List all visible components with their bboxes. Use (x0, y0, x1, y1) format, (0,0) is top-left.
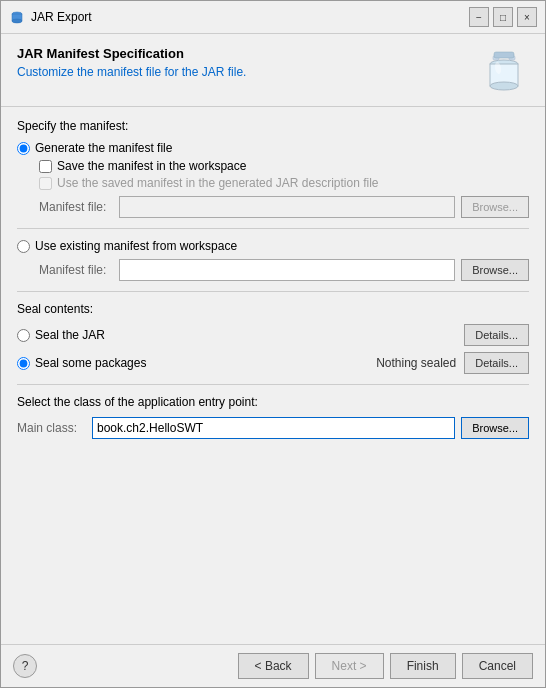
cancel-button[interactable]: Cancel (462, 653, 533, 679)
maximize-button[interactable]: □ (493, 7, 513, 27)
footer: ? < Back Next > Finish Cancel (1, 644, 545, 687)
content-area: Specify the manifest: Generate the manif… (1, 107, 545, 644)
header-jar-icon (479, 46, 529, 96)
save-workspace-label[interactable]: Save the manifest in the workspace (57, 159, 246, 173)
next-button[interactable]: Next > (315, 653, 384, 679)
svg-point-2 (12, 19, 22, 23)
generate-manifest-label[interactable]: Generate the manifest file (35, 141, 172, 155)
specify-manifest-label: Specify the manifest: (17, 119, 529, 133)
seal-jar-radio[interactable] (17, 329, 30, 342)
jar-icon (9, 9, 25, 25)
use-existing-row: Use existing manifest from workspace (17, 239, 529, 253)
main-class-row: Main class: Browse... (17, 417, 529, 439)
use-saved-label: Use the saved manifest in the generated … (57, 176, 379, 190)
manifest-file-row-generate: Manifest file: Browse... (39, 196, 529, 218)
generate-manifest-row: Generate the manifest file (17, 141, 529, 155)
seal-some-row: Seal some packages Nothing sealed Detail… (17, 352, 529, 374)
entry-point-label: Select the class of the application entr… (17, 395, 529, 409)
manifest-file-input-existing[interactable] (119, 259, 455, 281)
manifest-file-row-existing: Manifest file: Browse... (39, 259, 529, 281)
entry-section: Select the class of the application entr… (17, 395, 529, 439)
generate-manifest-radio[interactable] (17, 142, 30, 155)
dialog-title: JAR Manifest Specification (17, 46, 246, 61)
browse-main-class-button[interactable]: Browse... (461, 417, 529, 439)
use-saved-checkbox[interactable] (39, 177, 52, 190)
seal-jar-label[interactable]: Seal the JAR (35, 328, 464, 342)
dialog-jar-export: JAR Export − □ × JAR Manifest Specificat… (0, 0, 546, 688)
main-class-input[interactable] (92, 417, 455, 439)
manifest-file-input-generate[interactable] (119, 196, 455, 218)
svg-rect-8 (494, 52, 514, 58)
divider-1 (17, 228, 529, 229)
browse-manifest-existing-button[interactable]: Browse... (461, 259, 529, 281)
use-existing-radio[interactable] (17, 240, 30, 253)
use-existing-label[interactable]: Use existing manifest from workspace (35, 239, 237, 253)
manifest-file-label: Manifest file: (39, 200, 119, 214)
minimize-button[interactable]: − (469, 7, 489, 27)
seal-contents-label: Seal contents: (17, 302, 529, 316)
back-button[interactable]: < Back (238, 653, 309, 679)
seal-jar-details-button[interactable]: Details... (464, 324, 529, 346)
header-text: JAR Manifest Specification Customize the… (17, 46, 246, 79)
help-button[interactable]: ? (13, 654, 37, 678)
browse-manifest-generate-button[interactable]: Browse... (461, 196, 529, 218)
use-saved-row: Use the saved manifest in the generated … (39, 176, 529, 190)
main-class-label: Main class: (17, 421, 92, 435)
header-area: JAR Manifest Specification Customize the… (1, 34, 545, 107)
manifest-file-label-existing: Manifest file: (39, 263, 119, 277)
save-workspace-checkbox[interactable] (39, 160, 52, 173)
title-bar: JAR Export − □ × (1, 1, 545, 34)
close-button[interactable]: × (517, 7, 537, 27)
svg-point-7 (490, 82, 518, 90)
dialog-subtitle: Customize the manifest file for the JAR … (17, 65, 246, 79)
finish-button[interactable]: Finish (390, 653, 456, 679)
seal-some-radio[interactable] (17, 357, 30, 370)
nothing-sealed-text: Nothing sealed (376, 356, 456, 370)
divider-2 (17, 291, 529, 292)
title-bar-text: JAR Export (31, 10, 469, 24)
title-bar-controls: − □ × (469, 7, 537, 27)
seal-some-label[interactable]: Seal some packages (35, 356, 376, 370)
seal-jar-row: Seal the JAR Details... (17, 324, 529, 346)
seal-some-details-button[interactable]: Details... (464, 352, 529, 374)
seal-section: Seal contents: Seal the JAR Details... S… (17, 302, 529, 374)
save-workspace-row: Save the manifest in the workspace (39, 159, 529, 173)
divider-3 (17, 384, 529, 385)
